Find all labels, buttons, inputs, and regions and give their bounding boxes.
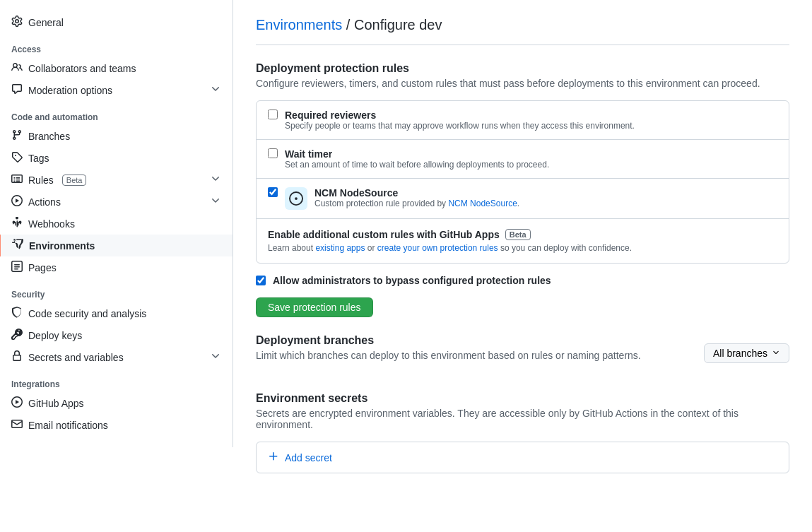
people-icon (11, 61, 23, 75)
sidebar-item-github-apps[interactable]: GitHub Apps (0, 392, 233, 414)
sidebar: General Access Collaborators and teams M… (0, 0, 233, 532)
required-reviewers-label[interactable]: Required reviewers (285, 110, 376, 121)
sidebar-general-label: General (28, 17, 64, 28)
breadcrumb-link[interactable]: Environments (256, 17, 342, 32)
enable-custom-separator: or (367, 243, 377, 253)
webhooks-label: Webhooks (28, 218, 75, 230)
ncm-rule-name: NCM NodeSource (314, 187, 777, 199)
environments-label: Environments (29, 240, 95, 252)
add-secret-card[interactable]: Add secret (256, 442, 789, 473)
branch-icon (11, 129, 23, 143)
actions-label: Actions (28, 196, 61, 208)
rules-chevron-icon (210, 173, 221, 187)
required-reviewers-desc: Specify people or teams that may approve… (285, 121, 777, 131)
sidebar-item-code-security[interactable]: Code security and analysis (0, 302, 233, 324)
sidebar-item-actions[interactable]: Actions (0, 191, 233, 213)
deployment-protection-description: Configure reviewers, timers, and custom … (256, 78, 789, 89)
rules-beta-badge: Beta (62, 175, 87, 186)
create-protection-rules-link[interactable]: create your own protection rules (377, 243, 498, 253)
breadcrumb-separator: / (346, 17, 354, 32)
email-notifications-label: Email notifications (28, 420, 108, 431)
enable-custom-desc-prefix: Learn about (268, 243, 313, 253)
secrets-chevron-icon (210, 350, 221, 364)
enable-custom-rules-title-text: Enable additional custom rules with GitH… (268, 229, 500, 240)
ncm-rule-desc-prefix: Custom protection rule provided by (314, 199, 446, 208)
sidebar-item-rules[interactable]: Rules Beta (0, 169, 233, 191)
required-reviewers-row: Required reviewers Specify people or tea… (257, 101, 789, 140)
secrets-variables-label: Secrets and variables (28, 352, 124, 363)
deployment-branches-title: Deployment branches (256, 334, 641, 347)
deployment-branches-heading: Deployment branches Limit which branches… (256, 334, 641, 372)
add-secret-icon (268, 451, 279, 464)
section-label-code-automation: Code and automation (0, 101, 233, 125)
rules-label: Rules (28, 175, 54, 186)
pages-icon (11, 261, 23, 274)
key-icon (11, 329, 23, 342)
sidebar-item-moderation[interactable]: Moderation options (0, 79, 233, 101)
enable-custom-rules-row: Enable additional custom rules with GitH… (257, 219, 789, 263)
section-label-security: Security (0, 278, 233, 302)
sidebar-item-email-notifications[interactable]: Email notifications (0, 414, 233, 436)
actions-chevron-icon (210, 195, 221, 208)
pages-label: Pages (28, 262, 57, 273)
moderation-label: Moderation options (28, 85, 112, 96)
all-branches-dropdown[interactable]: All branches (704, 343, 789, 363)
sidebar-item-environments[interactable]: Environments (0, 235, 233, 256)
sidebar-item-secrets-variables[interactable]: Secrets and variables (0, 346, 233, 368)
wait-timer-row: Wait timer Set an amount of time to wait… (257, 140, 789, 179)
sidebar-item-branches[interactable]: Branches (0, 125, 233, 147)
sidebar-item-collaborators[interactable]: Collaborators and teams (0, 57, 233, 79)
bypass-label[interactable]: Allow administrators to bypass configure… (273, 275, 551, 286)
enable-custom-rules-desc: Learn about existing apps or create your… (268, 243, 777, 253)
ncm-rule-provider-link[interactable]: NCM NodeSource (448, 199, 517, 208)
env-icon (12, 239, 23, 252)
add-secret-label: Add secret (285, 452, 332, 463)
ncm-rule-icon (285, 187, 307, 210)
enable-custom-desc-suffix: so you can deploy with confidence. (500, 243, 632, 253)
mail-icon (11, 418, 23, 432)
section-label-integrations: Integrations (0, 368, 233, 392)
breadcrumb-current: Configure dev (354, 17, 442, 32)
webhook-icon (11, 217, 23, 230)
main-content: Environments / Configure dev Deployment … (233, 0, 812, 532)
existing-apps-link[interactable]: existing apps (315, 243, 365, 253)
gear-icon (11, 16, 23, 29)
chevron-down-icon (210, 83, 221, 97)
sidebar-item-webhooks[interactable]: Webhooks (0, 213, 233, 235)
bypass-row: Allow administrators to bypass configure… (256, 275, 789, 286)
breadcrumb: Environments / Configure dev (256, 17, 789, 33)
app-icon (11, 396, 23, 410)
sidebar-item-general[interactable]: General (0, 11, 233, 33)
environment-secrets-section: Environment secrets Secrets are encrypte… (256, 392, 789, 473)
sidebar-section-code-automation: Code and automation Branches Tags Rules … (0, 101, 233, 278)
comment-icon (11, 83, 23, 97)
required-reviewers-checkbox[interactable] (268, 110, 278, 119)
deployment-protection-title: Deployment protection rules (256, 62, 789, 75)
dropdown-label: All branches (713, 348, 767, 359)
shield-icon (11, 307, 23, 320)
actions-icon (11, 195, 23, 208)
required-reviewers-content: Required reviewers Specify people or tea… (285, 110, 777, 131)
sidebar-item-pages[interactable]: Pages (0, 256, 233, 278)
sidebar-item-tags[interactable]: Tags (0, 147, 233, 169)
ncm-rule-content: NCM NodeSource Custom protection rule pr… (314, 187, 777, 208)
github-apps-label: GitHub Apps (28, 398, 84, 409)
sidebar-item-deploy-keys[interactable]: Deploy keys (0, 324, 233, 346)
save-protection-rules-button[interactable]: Save protection rules (256, 297, 373, 317)
branches-label: Branches (28, 131, 70, 142)
ncm-rule-row: NCM NodeSource Custom protection rule pr… (257, 179, 789, 219)
tag-icon (11, 151, 23, 165)
ncm-rule-checkbox[interactable] (268, 187, 278, 197)
bypass-checkbox[interactable] (256, 276, 266, 285)
protection-rules-card: Required reviewers Specify people or tea… (256, 100, 789, 264)
sidebar-section-integrations: Integrations GitHub Apps Email notificat… (0, 368, 233, 436)
deployment-branches-section: Deployment branches Limit which branches… (256, 334, 789, 372)
code-security-label: Code security and analysis (28, 308, 146, 319)
secret-icon (11, 350, 23, 364)
wait-timer-checkbox[interactable] (268, 148, 278, 158)
section-label-access: Access (0, 33, 233, 57)
wait-timer-label[interactable]: Wait timer (285, 148, 332, 160)
deployment-branches-header: Deployment branches Limit which branches… (256, 334, 789, 372)
breadcrumb-divider (256, 45, 789, 45)
deployment-branches-description: Limit which branches can deploy to this … (256, 350, 641, 361)
